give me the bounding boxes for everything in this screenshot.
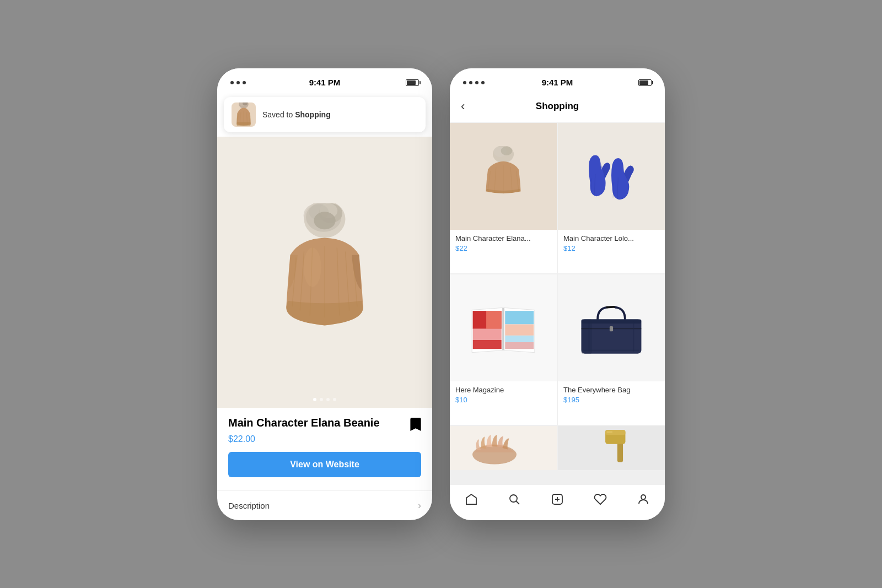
back-button[interactable]: ‹ xyxy=(459,97,467,116)
grid-item-name-mittens: Main Character Lolo... xyxy=(563,234,659,242)
profile-nav-icon[interactable] xyxy=(630,490,657,511)
dot-4 xyxy=(333,398,336,401)
svg-point-23 xyxy=(304,247,321,287)
notif-text-bold: Shopping xyxy=(295,110,331,119)
grid-item-bag[interactable]: The Everywhere Bag $195 xyxy=(558,274,665,425)
svg-rect-38 xyxy=(473,328,502,339)
dot-r1 xyxy=(463,81,466,84)
grid-item-price-mittens: $12 xyxy=(563,244,659,252)
product-main-image xyxy=(270,203,380,341)
grid-item-info-magazine: Here Magazine $10 xyxy=(450,381,557,411)
dot-2 xyxy=(320,398,323,401)
grid-item-magazine[interactable]: Here Magazine $10 xyxy=(450,274,557,425)
dot-2 xyxy=(236,81,240,84)
grid-item-image-hammer xyxy=(558,426,665,470)
heart-nav-icon[interactable] xyxy=(587,490,614,511)
shoes-svg xyxy=(467,426,539,470)
grid-item-name-magazine: Here Magazine xyxy=(455,386,551,394)
notif-thumb-image xyxy=(233,103,255,127)
product-info: Main Character Elana Beanie $22.00 View … xyxy=(217,408,432,486)
status-right-left xyxy=(406,79,419,86)
svg-rect-40 xyxy=(473,339,502,348)
chevron-right-icon: › xyxy=(418,500,421,511)
svg-rect-44 xyxy=(505,342,534,349)
svg-rect-49 xyxy=(610,326,613,331)
page-title: Shopping xyxy=(536,101,579,112)
svg-rect-37 xyxy=(473,311,486,329)
grid-item-image-beanie xyxy=(450,123,557,230)
battery-right xyxy=(638,79,652,86)
description-row[interactable]: Description › xyxy=(217,490,432,520)
svg-rect-39 xyxy=(486,311,502,329)
svg-point-15 xyxy=(314,212,335,229)
grid-item-name-bag: The Everywhere Bag xyxy=(563,386,659,394)
battery-left xyxy=(406,79,419,86)
mittens-svg xyxy=(581,149,642,204)
grid-item-name-beanie: Main Character Elana... xyxy=(455,234,551,242)
battery-fill xyxy=(407,80,416,85)
grid-item-info-bag: The Everywhere Bag $195 xyxy=(558,381,665,411)
bag-svg xyxy=(573,298,650,358)
svg-rect-8 xyxy=(237,122,251,125)
shopping-grid: Main Character Elana... $22 xyxy=(450,123,665,484)
notification-banner: Saved to Shopping xyxy=(224,97,426,132)
grid-item-image-shoes xyxy=(450,426,557,470)
svg-point-63 xyxy=(641,495,646,499)
dot-3 xyxy=(326,398,330,401)
status-right-right xyxy=(638,79,652,86)
svg-rect-47 xyxy=(582,319,592,353)
dot-r2 xyxy=(469,81,472,84)
grid-item-image-mittens xyxy=(558,123,665,230)
bottom-nav xyxy=(450,484,665,520)
grid-item-price-beanie: $22 xyxy=(455,244,551,252)
dot-indicators xyxy=(313,398,336,401)
notif-text-pre: Saved to xyxy=(262,110,295,119)
svg-rect-42 xyxy=(505,324,534,335)
phones-container: 9:41 PM xyxy=(195,46,687,542)
search-nav-icon[interactable] xyxy=(501,490,528,511)
status-time-right: 9:41 PM xyxy=(542,78,573,87)
grid-item-info-mittens: Main Character Lolo... $12 xyxy=(558,230,665,259)
battery-fill-right xyxy=(639,80,648,85)
right-phone: 9:41 PM ‹ Shopping xyxy=(450,68,665,520)
notif-text: Saved to Shopping xyxy=(262,110,331,119)
svg-rect-41 xyxy=(505,311,534,324)
dot-1 xyxy=(230,81,234,84)
grid-item-beanie[interactable]: Main Character Elana... $22 xyxy=(450,123,557,273)
status-time-left: 9:41 PM xyxy=(309,78,341,87)
signal-dots-right xyxy=(463,81,485,84)
status-bar-right: 9:41 PM xyxy=(450,68,665,93)
product-price: $22.00 xyxy=(228,434,421,444)
product-image-area xyxy=(217,137,432,408)
description-label: Description xyxy=(228,501,270,510)
grid-item-hammer[interactable] xyxy=(558,426,665,470)
grid-item-price-bag: $195 xyxy=(563,396,659,404)
add-nav-icon[interactable] xyxy=(544,490,571,511)
beanie-small-svg xyxy=(478,146,528,207)
svg-rect-43 xyxy=(505,335,534,342)
status-bar-left: 9:41 PM xyxy=(217,68,432,93)
nav-header: ‹ Shopping xyxy=(450,93,665,123)
hammer-svg xyxy=(581,426,642,470)
grid-item-image-bag xyxy=(558,274,665,381)
dot-1 xyxy=(313,398,316,401)
svg-point-26 xyxy=(501,146,513,155)
notif-thumbnail xyxy=(232,103,256,127)
view-on-website-button[interactable]: View on Website xyxy=(228,452,421,477)
product-name: Main Character Elana Beanie xyxy=(228,417,404,429)
svg-point-58 xyxy=(510,495,517,502)
grid-item-image-magazine xyxy=(450,274,557,381)
grid-item-info-beanie: Main Character Elana... $22 xyxy=(450,230,557,259)
left-phone: 9:41 PM xyxy=(217,68,432,520)
product-name-row: Main Character Elana Beanie xyxy=(228,417,421,431)
grid-item-price-magazine: $10 xyxy=(455,396,551,404)
svg-line-59 xyxy=(517,501,520,504)
dot-r4 xyxy=(481,81,485,84)
signal-dots xyxy=(230,81,246,84)
grid-item-mittens[interactable]: Main Character Lolo... $12 xyxy=(558,123,665,273)
dot-r3 xyxy=(475,81,478,84)
home-nav-icon[interactable] xyxy=(458,490,485,511)
grid-item-shoes[interactable] xyxy=(450,426,557,470)
bookmark-icon[interactable] xyxy=(410,418,421,431)
dot-3 xyxy=(243,81,246,84)
